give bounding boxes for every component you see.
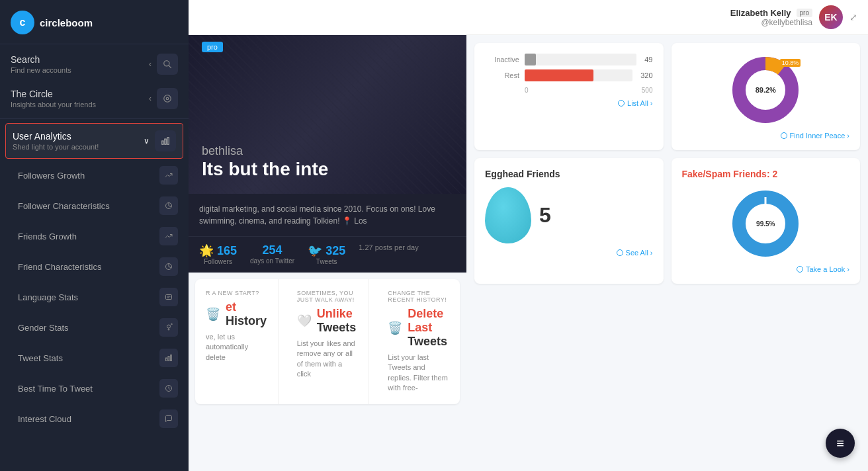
feature-cards-section: R A NEW START? 🗑️ et History ve, let us …	[189, 273, 466, 471]
feature-tag-0: R A NEW START?	[206, 290, 267, 296]
svg-rect-14	[168, 357, 169, 361]
profile-bio: digital marketing, and social media sinc…	[189, 194, 466, 237]
take-a-look-link[interactable]: Take a Look ›	[796, 265, 849, 273]
svg-rect-5	[165, 139, 166, 144]
feature-desc-0: ve, let us automatically delete	[206, 332, 267, 363]
sidebar-item-circle-right: ‹	[149, 88, 178, 109]
list-all-link[interactable]: List All ›	[617, 99, 652, 107]
bar-num-inactive: 49	[644, 56, 652, 64]
sidebar-item-circle[interactable]: The Circle Insights about your friends ‹	[0, 81, 189, 116]
user-info: Elizabeth Kelly pro @kellybethlisa	[730, 8, 812, 27]
feature-cards: R A NEW START? 🗑️ et History ve, let us …	[195, 279, 460, 404]
submenu-item-follower-characteristics[interactable]: Follower Characteristics	[0, 191, 189, 221]
chart-axis: 0 500	[485, 87, 653, 94]
submenu-icon-best-time-to-tweet	[159, 379, 178, 398]
profile-banner: pro bethlisa lts but the inte	[189, 35, 466, 194]
banner-tagline: lts but the inte	[202, 158, 453, 181]
logo-icon: c	[11, 11, 34, 34]
svg-rect-6	[167, 138, 169, 145]
donut-chart-panel: 89.2% 10.8% Find Inner Peace ›	[672, 43, 861, 150]
stat-days-num: 254	[263, 243, 282, 257]
chevron-icon: ‹	[149, 60, 152, 69]
submenu-item-friend-characteristics[interactable]: Friend Characteristics	[0, 251, 189, 282]
submenu-item-tweet-stats[interactable]: Tweet Stats	[0, 343, 189, 373]
logo-text: circleboom	[40, 17, 93, 28]
stat-rate: 1.27 posts per day	[359, 243, 419, 265]
stat-followers-label: Followers	[204, 258, 232, 265]
fab-button[interactable]: ≡	[826, 429, 855, 458]
sidebar-item-analytics-sub: Shed light to your account!	[13, 143, 99, 151]
sidebar-item-circle-title: The Circle	[11, 89, 96, 99]
svg-rect-9	[166, 295, 172, 300]
feature-tag-1: SOMETIMES, YOU JUST WALK AWAY!	[297, 290, 359, 303]
stat-tweets: 🐦 325 Tweets	[308, 243, 345, 265]
chevron-icon-analytics: ∨	[144, 136, 150, 146]
second-panels-row: Egghead Friends 5 See All ›	[474, 158, 860, 284]
axis-min: 0	[525, 87, 529, 94]
stat-tweets-num: 🐦 325	[308, 243, 345, 258]
circle-icon-box	[157, 88, 178, 109]
stat-followers-num: 🌟 165	[199, 243, 237, 258]
bar-container-inactive	[525, 54, 636, 65]
feature-title-text-0: et History	[226, 300, 267, 328]
main-content: Elizabeth Kelly pro @kellybethlisa EK ⤢ …	[189, 0, 868, 471]
feature-card-title-0: 🗑️ et History	[206, 300, 267, 328]
sidebar: c circleboom Search Find new accounts ‹ …	[0, 0, 189, 471]
submenu-icon-gender-stats	[159, 318, 178, 337]
egghead-footer: See All ›	[485, 249, 653, 257]
fake-spam-footer: Take a Look ›	[682, 265, 850, 273]
user-handle: @kellybethlisa	[761, 18, 812, 27]
submenu-item-best-time-to-tweet[interactable]: Best Time To Tweet	[0, 373, 189, 404]
submenu-label-interest-cloud: Interest Cloud	[18, 414, 159, 424]
profile-stats: 🌟 165 Followers 254 days on Twitter 🐦 32…	[189, 237, 466, 273]
submenu-icon-friend-characteristics	[159, 257, 178, 276]
svg-point-3	[166, 97, 169, 100]
egghead-title: Egghead Friends	[485, 169, 653, 179]
submenu-item-followers-growth[interactable]: Followers Growth	[0, 160, 189, 191]
fake-spam-panel: Fake/Spam Friends: 2 99.5%	[672, 158, 861, 284]
divider-mid	[0, 118, 189, 119]
sidebar-item-search-left: Search Find new accounts	[11, 54, 71, 74]
egghead-panel: Egghead Friends 5 See All ›	[474, 158, 664, 284]
svg-point-26	[797, 267, 803, 273]
bar-fill-inactive	[525, 54, 536, 65]
activity-chart-panel: Inactive 49 Rest	[474, 43, 664, 150]
donut-wrapper: 89.2% 10.8%	[729, 54, 802, 126]
see-all-link[interactable]: See All ›	[616, 249, 653, 257]
sidebar-item-search-right: ‹	[149, 54, 178, 75]
fake-donut-wrapper: 99.5%	[729, 187, 802, 260]
expand-icon[interactable]: ⤢	[849, 12, 857, 22]
egghead-count: 5	[539, 203, 551, 228]
submenu-item-friends-growth[interactable]: Friends Growth	[0, 221, 189, 251]
svg-point-2	[164, 95, 171, 103]
feature-desc-1: List your likes and remove any or all of…	[297, 339, 359, 380]
submenu-item-language-stats[interactable]: Language Stats	[0, 282, 189, 312]
svg-point-12	[167, 325, 171, 328]
submenu-icon-language-stats	[159, 288, 178, 306]
stat-followers: 🌟 165 Followers	[199, 243, 237, 265]
activity-chart-footer: List All ›	[485, 99, 653, 107]
sidebar-item-search[interactable]: Search Find new accounts ‹	[0, 47, 189, 81]
stat-tweets-label: Tweets	[316, 258, 337, 265]
submenu-icon-friends-growth	[159, 227, 178, 245]
sidebar-item-user-analytics[interactable]: User Analytics Shed light to your accoun…	[5, 123, 183, 159]
submenu-item-gender-stats[interactable]: Gender Stats	[0, 312, 189, 343]
fake-donut-label: 99.5%	[756, 220, 775, 228]
feature-card-unlike: SOMETIMES, YOU JUST WALK AWAY! 🤍 Unlike …	[286, 279, 370, 404]
feature-card-delete-history: R A NEW START? 🗑️ et History ve, let us …	[195, 279, 279, 404]
banner-text: bethlisa lts but the inte	[202, 144, 453, 181]
sidebar-item-circle-left: The Circle Insights about your friends	[11, 89, 96, 108]
profile-section: pro bethlisa lts but the inte digital ma…	[189, 35, 466, 471]
search-icon-box	[157, 54, 178, 75]
submenu-label-best-time-to-tweet: Best Time To Tweet	[18, 384, 159, 394]
fake-spam-title: Fake/Spam Friends: 2	[682, 169, 850, 179]
submenu-icon-follower-characteristics	[159, 196, 178, 215]
submenu-label-tweet-stats: Tweet Stats	[18, 353, 159, 363]
submenu-label-gender-stats: Gender Stats	[18, 323, 159, 333]
feature-emoji-2: 🗑️	[388, 321, 402, 335]
donut-footer: Find Inner Peace ›	[682, 132, 850, 140]
svg-line-1	[169, 65, 171, 68]
feature-title-text-1: Unlike Tweets	[317, 307, 359, 335]
find-inner-peace-link[interactable]: Find Inner Peace ›	[780, 132, 849, 140]
submenu-item-interest-cloud[interactable]: Interest Cloud	[0, 404, 189, 434]
